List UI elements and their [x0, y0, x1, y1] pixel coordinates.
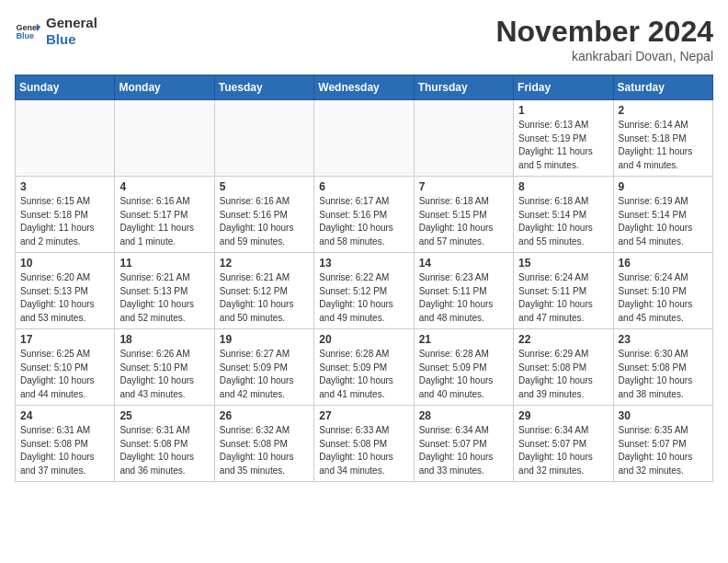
calendar-cell	[214, 100, 313, 177]
day-number: 6	[319, 180, 408, 193]
day-info: Sunrise: 6:29 AM Sunset: 5:08 PM Dayligh…	[518, 348, 608, 401]
day-info: Sunrise: 6:17 AM Sunset: 5:16 PM Dayligh…	[319, 195, 408, 248]
day-info: Sunrise: 6:30 AM Sunset: 5:08 PM Dayligh…	[619, 348, 708, 401]
day-number: 29	[518, 409, 608, 422]
day-number: 15	[518, 257, 608, 270]
calendar-week-5: 24Sunrise: 6:31 AM Sunset: 5:08 PM Dayli…	[16, 406, 713, 482]
calendar-header-row: SundayMondayTuesdayWednesdayThursdayFrid…	[16, 75, 713, 100]
calendar-cell: 28Sunrise: 6:34 AM Sunset: 5:07 PM Dayli…	[414, 406, 513, 482]
weekday-header-wednesday: Wednesday	[314, 75, 414, 100]
day-info: Sunrise: 6:34 AM Sunset: 5:07 PM Dayligh…	[518, 424, 608, 477]
weekday-header-tuesday: Tuesday	[214, 75, 313, 100]
day-number: 17	[20, 333, 109, 346]
calendar-cell: 6Sunrise: 6:17 AM Sunset: 5:16 PM Daylig…	[314, 177, 414, 253]
logo-icon: General Blue	[15, 18, 40, 44]
day-number: 7	[419, 180, 508, 193]
calendar-cell: 24Sunrise: 6:31 AM Sunset: 5:08 PM Dayli…	[16, 406, 115, 482]
calendar-cell: 19Sunrise: 6:27 AM Sunset: 5:09 PM Dayli…	[214, 329, 313, 406]
calendar-cell: 27Sunrise: 6:33 AM Sunset: 5:08 PM Dayli…	[314, 406, 414, 482]
day-number: 24	[20, 409, 109, 422]
day-info: Sunrise: 6:27 AM Sunset: 5:09 PM Dayligh…	[220, 348, 309, 401]
calendar-cell: 5Sunrise: 6:16 AM Sunset: 5:16 PM Daylig…	[214, 177, 313, 253]
day-number: 2	[619, 104, 708, 117]
calendar-cell: 29Sunrise: 6:34 AM Sunset: 5:07 PM Dayli…	[514, 406, 613, 482]
day-number: 27	[319, 409, 408, 422]
day-number: 16	[619, 257, 708, 270]
calendar-cell: 11Sunrise: 6:21 AM Sunset: 5:13 PM Dayli…	[115, 253, 214, 329]
calendar-cell: 9Sunrise: 6:19 AM Sunset: 5:14 PM Daylig…	[613, 177, 712, 253]
calendar-cell: 20Sunrise: 6:28 AM Sunset: 5:09 PM Dayli…	[314, 329, 414, 406]
calendar-week-2: 3Sunrise: 6:15 AM Sunset: 5:18 PM Daylig…	[16, 177, 713, 253]
calendar-cell: 15Sunrise: 6:24 AM Sunset: 5:11 PM Dayli…	[514, 253, 613, 329]
calendar-cell: 10Sunrise: 6:20 AM Sunset: 5:13 PM Dayli…	[16, 253, 115, 329]
title-block: November 2024 kankrabari Dovan, Nepal	[495, 15, 713, 63]
weekday-header-sunday: Sunday	[16, 75, 115, 100]
day-number: 1	[518, 104, 608, 117]
day-number: 5	[220, 180, 309, 193]
day-number: 23	[619, 333, 708, 346]
day-info: Sunrise: 6:35 AM Sunset: 5:07 PM Dayligh…	[619, 424, 708, 477]
day-number: 22	[518, 333, 608, 346]
day-info: Sunrise: 6:21 AM Sunset: 5:12 PM Dayligh…	[220, 271, 309, 325]
calendar-cell: 23Sunrise: 6:30 AM Sunset: 5:08 PM Dayli…	[613, 329, 712, 406]
calendar-cell: 13Sunrise: 6:22 AM Sunset: 5:12 PM Dayli…	[314, 253, 414, 329]
day-number: 3	[20, 180, 109, 193]
day-number: 18	[119, 333, 209, 346]
day-number: 13	[319, 257, 408, 270]
day-info: Sunrise: 6:15 AM Sunset: 5:18 PM Dayligh…	[20, 195, 109, 248]
day-info: Sunrise: 6:14 AM Sunset: 5:18 PM Dayligh…	[619, 119, 708, 172]
day-info: Sunrise: 6:33 AM Sunset: 5:08 PM Dayligh…	[319, 424, 408, 477]
calendar-cell	[16, 100, 115, 177]
day-info: Sunrise: 6:19 AM Sunset: 5:14 PM Dayligh…	[619, 195, 708, 248]
logo-blue-text: Blue	[46, 31, 97, 48]
day-info: Sunrise: 6:22 AM Sunset: 5:12 PM Dayligh…	[319, 271, 408, 325]
weekday-header-saturday: Saturday	[613, 75, 712, 100]
calendar-cell: 1Sunrise: 6:13 AM Sunset: 5:19 PM Daylig…	[514, 100, 613, 177]
day-info: Sunrise: 6:26 AM Sunset: 5:10 PM Dayligh…	[119, 348, 209, 401]
calendar-week-4: 17Sunrise: 6:25 AM Sunset: 5:10 PM Dayli…	[16, 329, 713, 406]
calendar-week-3: 10Sunrise: 6:20 AM Sunset: 5:13 PM Dayli…	[16, 253, 713, 329]
day-info: Sunrise: 6:20 AM Sunset: 5:13 PM Dayligh…	[20, 271, 109, 325]
calendar-cell: 2Sunrise: 6:14 AM Sunset: 5:18 PM Daylig…	[613, 100, 712, 177]
weekday-header-monday: Monday	[115, 75, 214, 100]
day-number: 28	[419, 409, 508, 422]
calendar-cell: 4Sunrise: 6:16 AM Sunset: 5:17 PM Daylig…	[115, 177, 214, 253]
day-info: Sunrise: 6:32 AM Sunset: 5:08 PM Dayligh…	[220, 424, 309, 477]
day-info: Sunrise: 6:23 AM Sunset: 5:11 PM Dayligh…	[419, 271, 508, 325]
month-title: November 2024	[495, 15, 713, 49]
day-info: Sunrise: 6:25 AM Sunset: 5:10 PM Dayligh…	[20, 348, 109, 401]
day-number: 9	[619, 180, 708, 193]
calendar-cell: 25Sunrise: 6:31 AM Sunset: 5:08 PM Dayli…	[115, 406, 214, 482]
calendar-cell: 7Sunrise: 6:18 AM Sunset: 5:15 PM Daylig…	[414, 177, 513, 253]
day-info: Sunrise: 6:18 AM Sunset: 5:15 PM Dayligh…	[419, 195, 508, 248]
page-header: General Blue General Blue November 2024 …	[15, 15, 713, 63]
day-info: Sunrise: 6:18 AM Sunset: 5:14 PM Dayligh…	[518, 195, 608, 248]
calendar-cell: 18Sunrise: 6:26 AM Sunset: 5:10 PM Dayli…	[115, 329, 214, 406]
weekday-header-thursday: Thursday	[414, 75, 513, 100]
calendar-cell: 3Sunrise: 6:15 AM Sunset: 5:18 PM Daylig…	[16, 177, 115, 253]
day-number: 4	[119, 180, 209, 193]
calendar-cell: 12Sunrise: 6:21 AM Sunset: 5:12 PM Dayli…	[214, 253, 313, 329]
day-number: 11	[119, 257, 209, 270]
day-number: 25	[119, 409, 209, 422]
day-number: 14	[419, 257, 508, 270]
logo-general-text: General	[46, 15, 97, 31]
day-number: 12	[220, 257, 309, 270]
day-info: Sunrise: 6:24 AM Sunset: 5:10 PM Dayligh…	[619, 271, 708, 325]
day-number: 19	[220, 333, 309, 346]
calendar-cell: 30Sunrise: 6:35 AM Sunset: 5:07 PM Dayli…	[613, 406, 712, 482]
calendar-cell	[414, 100, 513, 177]
day-info: Sunrise: 6:21 AM Sunset: 5:13 PM Dayligh…	[119, 271, 209, 325]
day-number: 30	[619, 409, 708, 422]
svg-text:Blue: Blue	[16, 31, 34, 40]
day-info: Sunrise: 6:28 AM Sunset: 5:09 PM Dayligh…	[319, 348, 408, 401]
day-info: Sunrise: 6:34 AM Sunset: 5:07 PM Dayligh…	[419, 424, 508, 477]
day-number: 10	[20, 257, 109, 270]
day-number: 21	[419, 333, 508, 346]
day-info: Sunrise: 6:24 AM Sunset: 5:11 PM Dayligh…	[518, 271, 608, 325]
day-info: Sunrise: 6:28 AM Sunset: 5:09 PM Dayligh…	[419, 348, 508, 401]
calendar-table: SundayMondayTuesdayWednesdayThursdayFrid…	[15, 75, 713, 482]
calendar-week-1: 1Sunrise: 6:13 AM Sunset: 5:19 PM Daylig…	[16, 100, 713, 177]
day-info: Sunrise: 6:31 AM Sunset: 5:08 PM Dayligh…	[20, 424, 109, 477]
day-info: Sunrise: 6:13 AM Sunset: 5:19 PM Dayligh…	[518, 119, 608, 172]
